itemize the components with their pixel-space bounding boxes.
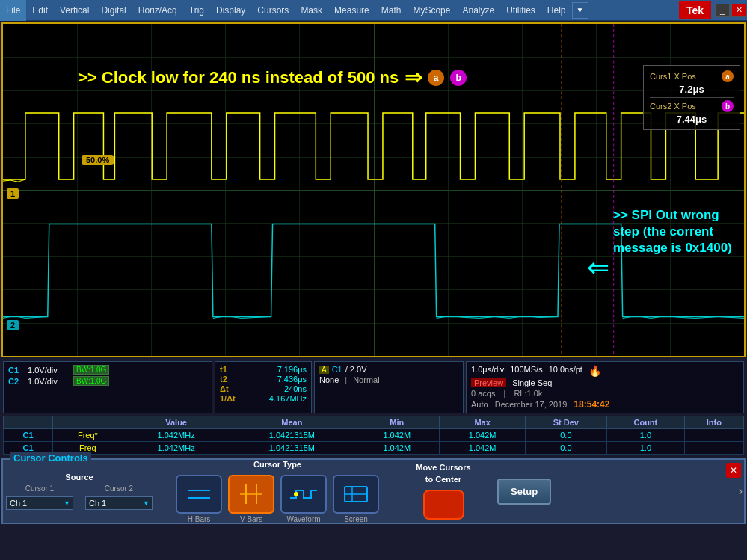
col-stdev: St Dev (525, 416, 606, 429)
col-ch (4, 416, 53, 429)
menu-utilities[interactable]: Utilities (500, 0, 541, 21)
row1-info (684, 429, 743, 442)
row1-name: Freq* (53, 429, 123, 442)
clock-arrow: ⇒ (405, 65, 422, 90)
menu-help[interactable]: Help (541, 0, 572, 21)
menu-dropdown[interactable]: ▼ (572, 2, 588, 19)
ch1-bw: BW:1.0G (73, 365, 109, 375)
row2-info (684, 442, 743, 455)
close-panel-button[interactable]: ✕ (726, 463, 741, 478)
hbars-button[interactable] (176, 475, 222, 514)
vbars-container: V Bars (228, 475, 274, 523)
ch2-bw: BW:1.0G (73, 376, 109, 386)
setup-button[interactable]: Setup (497, 479, 551, 505)
col-mean: Mean (230, 416, 354, 429)
trig-mode: Normal (353, 375, 379, 384)
menu-mask[interactable]: Mask (295, 0, 328, 21)
table-row: C1 Freq* 1.042MHz 1.0421315M 1.042M 1.04… (4, 429, 744, 442)
rl-label: RL:1.0k (514, 389, 542, 398)
annotation-clock: >> Clock low for 240 ns instead of 500 n… (78, 65, 467, 90)
trigger-panel: A C1 / 2.0V None | Normal (314, 361, 464, 413)
row2-mean: 1.0421315M (230, 442, 354, 455)
cursor-type-section: Cursor Type H Bars (165, 463, 390, 520)
hbars-container: H Bars (176, 475, 222, 523)
curs2-label: Curs2 X Pos (650, 102, 696, 111)
ch-info-panel: C1 1.0V/div BW:1.0G C2 1.0V/div BW:1.0G (3, 361, 212, 413)
ch1-scale: 1.0V/div (28, 366, 69, 375)
table-row: C1 Freq 1.042MHz 1.0421315M 1.042M 1.042… (4, 442, 744, 455)
tb-sample-rate: 100MS/s (510, 365, 542, 377)
menu-cursors[interactable]: Cursors (251, 0, 295, 21)
close-button[interactable]: ✕ (731, 4, 746, 17)
vbars-button[interactable] (228, 475, 274, 514)
col-info: Info (684, 416, 743, 429)
row2-min: 1.042M (354, 442, 440, 455)
inv-delta-value: 4.167MHz (269, 394, 307, 403)
menu-math[interactable]: Math (375, 0, 408, 21)
col-value: Value (123, 416, 230, 429)
row1-stdev: 0.0 (525, 429, 606, 442)
trig-ch: C1 (332, 365, 342, 374)
col-name (53, 416, 123, 429)
move-cursors-label: Move Cursors (416, 463, 470, 472)
row1-count: 1.0 (606, 429, 684, 442)
col-min: Min (354, 416, 440, 429)
cursor1-select[interactable]: Ch 1 Ch 2 (6, 496, 73, 510)
scroll-arrow[interactable]: › (739, 484, 743, 498)
source-section: Source Cursor 1 Ch 1 Ch 2 Cursor 2 Ch 1 … (6, 463, 153, 520)
bottom-section: C1 1.0V/div BW:1.0G C2 1.0V/div BW:1.0G … (0, 359, 747, 457)
menu-digital[interactable]: Digital (95, 0, 132, 21)
preview-badge: Preview (471, 378, 506, 387)
trig-badge: A (319, 366, 329, 374)
menu-measure[interactable]: Measure (328, 0, 375, 21)
divider1 (159, 466, 159, 517)
screen-label: Screen (344, 515, 368, 523)
screen-button[interactable] (333, 475, 379, 514)
ch2-badge: 2 (7, 320, 19, 330)
inv-delta-label: 1/Δt (220, 394, 236, 403)
cursor-controls-panel: Cursor Controls Source Cursor 1 Ch 1 Ch … (1, 458, 746, 524)
time-value: 18:54:42 (574, 399, 609, 410)
row1-min: 1.042M (354, 429, 440, 442)
cursor2-select-wrapper[interactable]: Ch 1 Ch 2 (85, 496, 153, 510)
svg-point-6 (294, 492, 298, 496)
menu-myscope[interactable]: MyScope (407, 0, 456, 21)
menu-vertical[interactable]: Vertical (54, 0, 95, 21)
delta-value: 240ns (284, 384, 307, 393)
move-cursors-section: Move Cursors to Center (402, 463, 485, 520)
curs1-value: 7.2μs (679, 84, 704, 95)
curs2-value: 7.44μs (677, 114, 707, 125)
timebase-panel: 1.0μs/div 100MS/s 10.0ns/pt 🔥 Preview Si… (466, 361, 744, 413)
menu-display[interactable]: Display (210, 0, 251, 21)
minimize-button[interactable]: _ (715, 4, 730, 17)
timing-panel: t1 7.196μs t2 7.436μs Δt 240ns 1/Δt 4.16… (215, 361, 312, 413)
cursor2-label: Cursor 2 (105, 484, 133, 493)
screen-container: Screen (333, 475, 379, 523)
tek-logo: Tek (679, 1, 711, 19)
cursor1-select-wrapper[interactable]: Ch 1 Ch 2 (6, 496, 73, 510)
trig-coupling: None (319, 375, 339, 384)
vbars-label: V Bars (240, 515, 262, 523)
setup-section: Setup (497, 463, 551, 520)
t1-label: t1 (220, 365, 227, 374)
row2-max: 1.042M (440, 442, 525, 455)
cursor-type-label: Cursor Type (253, 460, 301, 469)
menu-trig[interactable]: Trig (183, 0, 210, 21)
tb-div: 1.0μs/div (471, 365, 504, 377)
delta-label: Δt (220, 384, 229, 393)
clock-annotation-text: >> Clock low for 240 ns instead of 500 n… (78, 68, 399, 87)
cursor-controls-title: Cursor Controls (10, 452, 91, 464)
menu-analyze[interactable]: Analyze (456, 0, 500, 21)
menu-edit[interactable]: Edit (26, 0, 54, 21)
move-cursors-button[interactable] (423, 490, 464, 520)
hbars-label: H Bars (188, 515, 211, 523)
cursor1-label: Cursor 1 (25, 484, 54, 493)
menu-file[interactable]: File (0, 0, 26, 21)
trig-slope: / 2.0V (345, 365, 367, 374)
source-label: Source (65, 473, 93, 481)
cursor2-select[interactable]: Ch 1 Ch 2 (85, 496, 153, 510)
acqs-count: 0 acqs (471, 389, 495, 398)
menu-horizacq[interactable]: Horiz/Acq (132, 0, 183, 21)
measurements-table: Value Mean Min Max St Dev Count Info C1 … (3, 416, 744, 455)
waveform-button[interactable] (280, 475, 327, 514)
